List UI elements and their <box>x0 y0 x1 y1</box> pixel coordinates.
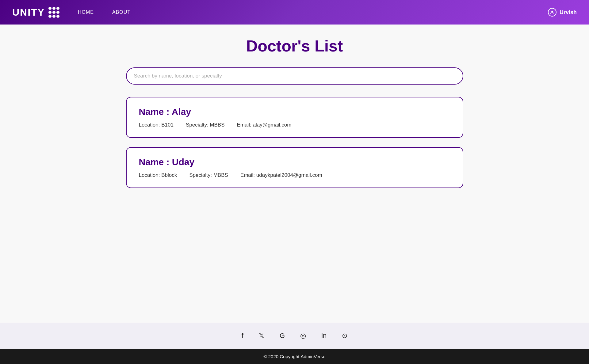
social-footer: f𝕏G◎in⊙ <box>0 323 589 349</box>
main-content: Doctor's List Name : Alay Location: B101… <box>0 25 589 323</box>
doctor-card: Name : Alay Location: B101 Specialty: MB… <box>126 97 463 138</box>
navbar-left: UNITY HOME ABOUT <box>12 7 131 18</box>
logo-dot-4 <box>48 11 52 14</box>
doctor-card: Name : Uday Location: Bblock Specialty: … <box>126 147 463 188</box>
github-icon[interactable]: ⊙ <box>342 332 347 340</box>
logo-dot-3 <box>56 7 59 10</box>
nav-home[interactable]: HOME <box>78 9 94 15</box>
logo-area: UNITY <box>12 7 59 18</box>
logo-dot-1 <box>48 7 52 10</box>
instagram-icon[interactable]: ◎ <box>300 332 306 340</box>
doctor-specialty: Specialty: MBBS <box>186 122 225 128</box>
logo-text: UNITY <box>12 7 45 18</box>
doctor-email: Email: alay@gmail.com <box>237 122 292 128</box>
page-title: Doctor's List <box>246 37 343 55</box>
logo-dot-8 <box>52 15 55 18</box>
navbar-right: Urvish <box>548 8 577 17</box>
logo-dot-6 <box>56 11 59 14</box>
user-svg-icon <box>550 10 555 15</box>
facebook-icon[interactable]: f <box>242 332 243 340</box>
nav-about[interactable]: ABOUT <box>112 9 131 15</box>
copyright-text: © 2020 Copyright:AdminVerse <box>264 354 326 359</box>
logo-dot-7 <box>48 15 52 18</box>
logo-icon <box>48 7 59 18</box>
search-bar-container <box>126 67 463 85</box>
doctor-location: Location: B101 <box>139 122 174 128</box>
svg-point-0 <box>551 11 553 12</box>
doctors-list: Name : Alay Location: B101 Specialty: MB… <box>126 97 463 188</box>
doctor-name: Name : Uday <box>139 157 450 167</box>
linkedin-icon[interactable]: in <box>321 332 327 340</box>
doctor-specialty: Specialty: MBBS <box>189 172 228 178</box>
bottom-footer: © 2020 Copyright:AdminVerse <box>0 349 589 364</box>
nav-links: HOME ABOUT <box>78 9 131 15</box>
google-icon[interactable]: G <box>280 332 285 340</box>
doctor-email: Email: udaykpatel2004@gmail.com <box>240 172 322 178</box>
doctor-name: Name : Alay <box>139 107 450 117</box>
username: Urvish <box>560 9 577 16</box>
logo-dot-9 <box>56 15 59 18</box>
logo-dot-2 <box>52 7 55 10</box>
doctor-details: Location: Bblock Specialty: MBBS Email: … <box>139 172 450 178</box>
navbar: UNITY HOME ABOUT Urvish <box>0 0 589 25</box>
doctor-details: Location: B101 Specialty: MBBS Email: al… <box>139 122 450 128</box>
logo-dot-5 <box>52 11 55 14</box>
doctor-location: Location: Bblock <box>139 172 177 178</box>
search-input[interactable] <box>126 67 463 85</box>
twitter-icon[interactable]: 𝕏 <box>259 332 264 340</box>
user-icon <box>548 8 556 17</box>
